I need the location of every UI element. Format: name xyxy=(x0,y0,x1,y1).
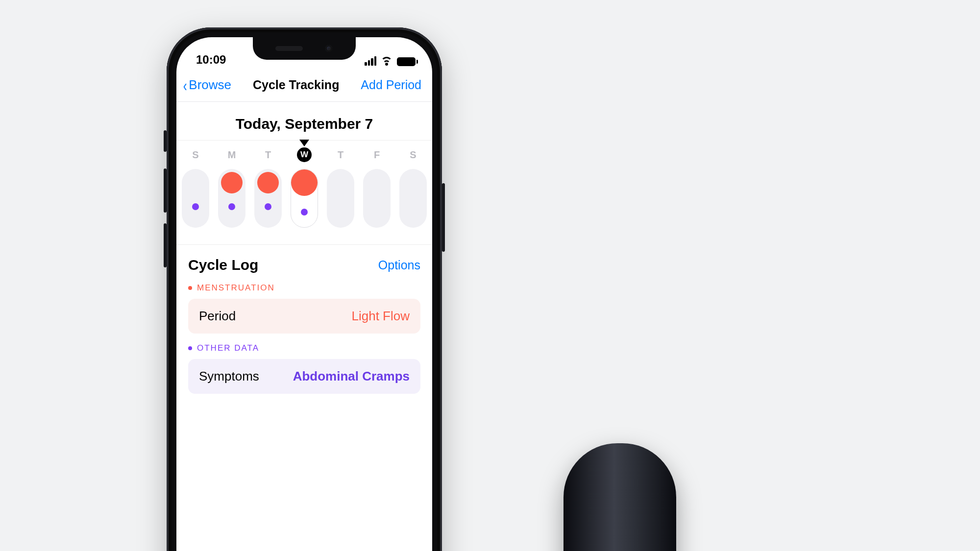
options-button[interactable]: Options xyxy=(378,258,420,272)
period-row[interactable]: Period Light Flow xyxy=(188,299,420,334)
day-label: S xyxy=(406,147,420,162)
day-pill[interactable] xyxy=(399,169,427,228)
day-pill[interactable] xyxy=(218,169,245,228)
nav-bar: ‹ Browse Cycle Tracking Add Period xyxy=(176,70,432,102)
week-strip[interactable]: S M T xyxy=(176,141,432,244)
back-button[interactable]: ‹ Browse xyxy=(182,77,231,93)
bullet-icon xyxy=(188,286,192,290)
day-label: M xyxy=(224,147,239,162)
phone-screen: 10:09 ‹ Browse Cycle Tracking xyxy=(176,37,432,551)
other-data-group-label: OTHER DATA xyxy=(188,343,420,353)
row-value: Light Flow xyxy=(352,309,410,324)
power-button xyxy=(442,183,445,252)
day-pill[interactable] xyxy=(363,169,391,228)
period-dot-icon xyxy=(257,172,279,193)
day-pill[interactable] xyxy=(182,169,209,228)
group-label-text: MENSTRUATION xyxy=(197,283,275,293)
cellular-icon xyxy=(365,56,376,67)
day-pill[interactable] xyxy=(291,169,318,228)
day-pill[interactable] xyxy=(327,169,354,228)
watch-band xyxy=(564,443,676,551)
note-dot-icon xyxy=(192,203,199,210)
day-columns: S M T xyxy=(176,147,432,228)
page-title: Cycle Tracking xyxy=(253,78,339,92)
day-label: T xyxy=(333,147,348,162)
day-label: T xyxy=(261,147,275,162)
today-pointer-icon xyxy=(299,140,309,146)
day-col-tue[interactable]: T xyxy=(254,147,282,228)
row-label: Period xyxy=(199,309,236,324)
day-label: W xyxy=(297,147,312,162)
cycle-log-section: Cycle Log Options MENSTRUATION Period Li… xyxy=(176,244,432,394)
volume-up-button xyxy=(164,168,167,213)
back-label: Browse xyxy=(189,77,231,93)
note-dot-icon xyxy=(301,209,308,216)
row-value: Abdominal Cramps xyxy=(293,369,410,384)
mute-switch xyxy=(164,130,167,152)
status-indicators xyxy=(365,56,416,67)
day-col-thu[interactable]: T xyxy=(327,147,354,228)
note-dot-icon xyxy=(228,203,235,210)
add-period-button[interactable]: Add Period xyxy=(361,78,421,92)
day-col-fri[interactable]: F xyxy=(363,147,391,228)
today-heading: Today, September 7 xyxy=(176,102,432,141)
day-pill[interactable] xyxy=(254,169,282,228)
status-time: 10:09 xyxy=(196,53,226,67)
battery-icon xyxy=(397,57,416,66)
day-col-mon[interactable]: M xyxy=(218,147,245,228)
notch xyxy=(253,37,356,60)
section-header: Cycle Log Options xyxy=(188,257,420,273)
menstruation-group-label: MENSTRUATION xyxy=(188,283,420,293)
iphone-frame: 10:09 ‹ Browse Cycle Tracking xyxy=(167,27,442,551)
period-dot-icon xyxy=(221,172,243,193)
day-label: S xyxy=(188,147,203,162)
note-dot-icon xyxy=(265,203,271,210)
row-label: Symptoms xyxy=(199,369,259,384)
volume-down-button xyxy=(164,223,167,267)
day-col-sat[interactable]: S xyxy=(399,147,427,228)
group-label-text: OTHER DATA xyxy=(197,343,259,353)
period-dot-icon xyxy=(291,169,318,196)
day-col-wed[interactable]: W xyxy=(291,147,318,228)
day-col-sun[interactable]: S xyxy=(182,147,209,228)
day-label: F xyxy=(369,147,384,162)
wifi-icon xyxy=(380,56,393,66)
bullet-icon xyxy=(188,346,192,350)
symptoms-row[interactable]: Symptoms Abdominal Cramps xyxy=(188,359,420,394)
section-title: Cycle Log xyxy=(188,257,258,273)
